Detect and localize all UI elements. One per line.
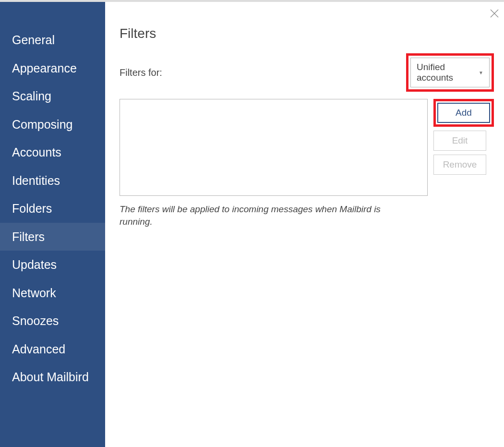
filters-for-label: Filters for: [120,67,406,78]
add-button[interactable]: Add [437,103,490,123]
sidebar-item-accounts[interactable]: Accounts [0,138,105,167]
edit-button[interactable]: Edit [433,131,486,151]
sidebar-item-updates[interactable]: Updates [0,251,105,279]
remove-button[interactable]: Remove [433,155,486,175]
filters-for-dropdown[interactable]: Unified accounts ▼ [410,58,490,87]
filter-actions: Add Edit Remove [433,99,494,196]
close-icon [490,9,499,18]
sidebar-item-snoozes[interactable]: Snoozes [0,307,105,335]
sidebar-item-composing[interactable]: Composing [0,110,105,139]
dropdown-selected-value: Unified accounts [417,62,479,83]
sidebar-item-folders[interactable]: Folders [0,194,105,223]
sidebar-item-appearance[interactable]: Appearance [0,54,105,83]
sidebar-item-advanced[interactable]: Advanced [0,335,105,363]
main-panel: Filters Filters for: Unified accounts ▼ … [105,2,504,447]
sidebar-item-about-mailbird[interactable]: About Mailbird [0,363,105,391]
highlight-add-button: Add [433,99,494,127]
sidebar-item-scaling[interactable]: Scaling [0,82,105,110]
filters-hint: The filters will be applied to incoming … [120,203,384,228]
filters-list[interactable] [120,99,428,196]
close-button[interactable] [490,9,499,18]
chevron-down-icon: ▼ [479,70,483,75]
sidebar-item-network[interactable]: Network [0,279,105,307]
sidebar-item-general[interactable]: General [0,26,105,54]
sidebar-item-identities[interactable]: Identities [0,167,105,195]
page-title: Filters [120,26,494,41]
sidebar: General Appearance Scaling Composing Acc… [0,2,105,447]
sidebar-item-filters[interactable]: Filters [0,223,105,251]
highlight-dropdown: Unified accounts ▼ [406,53,494,92]
